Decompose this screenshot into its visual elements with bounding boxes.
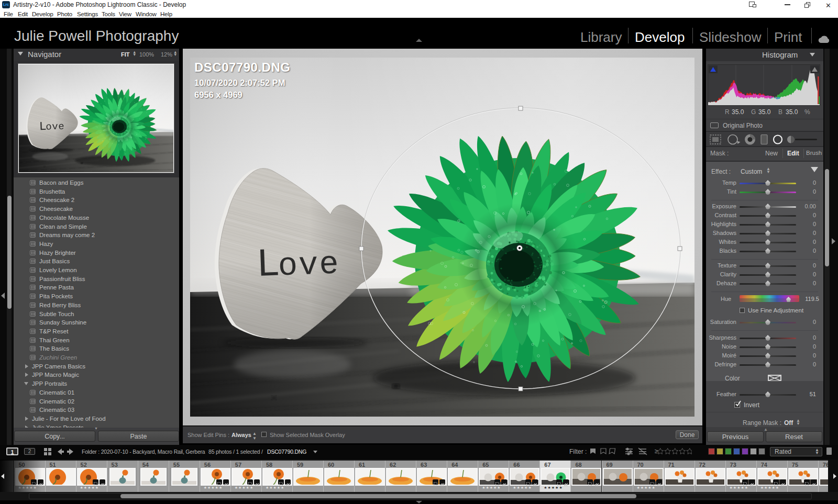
svg-text:Love: Love bbox=[256, 240, 340, 288]
svg-text:Love: Love bbox=[39, 119, 65, 133]
